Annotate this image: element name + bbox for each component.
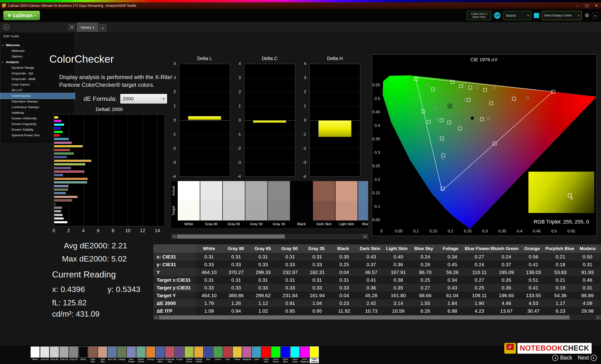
scrollbar-track[interactable] xyxy=(177,234,363,239)
patch-button-gray-35[interactable]: Gray 35 xyxy=(69,346,78,363)
patch-button-blue[interactable]: Blue xyxy=(204,346,213,363)
table-scrollbar[interactable]: ◄ ► xyxy=(153,315,601,320)
target-swatch xyxy=(245,201,267,220)
axis-tick-label: 0.25 xyxy=(464,229,472,233)
patch-button-blue-sky[interactable]: Blue Sky xyxy=(108,346,117,363)
scrollbar-thumb[interactable] xyxy=(159,316,570,319)
measured-marker-icon xyxy=(571,197,573,200)
caret-icon[interactable]: ▾ xyxy=(2,42,3,48)
back-button[interactable]: ◄ Back xyxy=(552,354,572,361)
patch-swatch xyxy=(194,346,203,358)
patch-button-light-skin[interactable]: Light Skin xyxy=(98,346,107,363)
window-title: Calman 2025 Calman Ultimate for Business… xyxy=(8,4,136,8)
scroll-left-icon[interactable]: ◄ xyxy=(172,234,177,239)
patch-button-100-red[interactable]: 100% Red xyxy=(261,346,271,363)
table-cell: 0.31 xyxy=(277,253,304,260)
patch-label: Bluish Green xyxy=(136,358,146,363)
patch-button-gray-65[interactable]: Gray 65 xyxy=(50,346,59,363)
patch-label: Orange Yellow xyxy=(194,358,203,363)
reading-fl: fL: 125.82 xyxy=(52,298,87,307)
patch-column-blue-sky[interactable]: Blue Sky xyxy=(358,181,368,227)
sidebar-item-welcome[interactable]: ▾Welcome xyxy=(0,42,75,48)
patch-button-yellow[interactable]: Yellow xyxy=(233,346,242,363)
row-label: ΔE ITP xyxy=(153,307,196,315)
meter-status-badge[interactable]: 226 xyxy=(494,12,501,19)
caret-icon[interactable]: ▾ xyxy=(2,59,3,65)
source-selector[interactable]: Source ▾ xyxy=(503,11,531,20)
strip-scrollbar[interactable]: ◄ ► xyxy=(171,234,368,239)
patch-button-red[interactable]: Red xyxy=(223,346,232,363)
table-cell: 1.90 xyxy=(466,299,493,307)
patch-button-orange-yellow[interactable]: Orange Yellow xyxy=(194,346,203,363)
patch-column-gray-80[interactable]: Gray 80 xyxy=(200,181,222,227)
patch-button-bluish-green[interactable]: Bluish Green xyxy=(136,346,146,363)
patch-button-purple[interactable]: Purple xyxy=(175,346,184,363)
patch-button-white[interactable]: White xyxy=(30,346,40,363)
patch-column-dark-skin[interactable]: Dark Skin xyxy=(313,181,335,227)
patch-swatch xyxy=(98,346,107,358)
patch-column-black[interactable]: Black xyxy=(290,181,312,227)
add-tab-button[interactable]: + xyxy=(99,24,106,32)
patch-button-100-yellow[interactable]: 100% Yellow xyxy=(310,346,319,363)
patch-swatch xyxy=(156,346,165,358)
patch-button-100-cyan[interactable]: 100% Cyan xyxy=(290,346,300,363)
scroll-left-icon[interactable]: ◄ xyxy=(153,315,159,320)
table-cell: 167.91 xyxy=(385,268,412,276)
axis-tick-label: 3 xyxy=(239,76,241,80)
workspace-menu-button[interactable]: ◎ xyxy=(3,24,9,30)
scroll-right-icon[interactable]: ► xyxy=(363,234,368,239)
grid-line xyxy=(157,115,158,226)
calman-logo-menu[interactable]: ❋ calman ▾ xyxy=(3,11,40,20)
patch-button-orange[interactable]: Orange xyxy=(146,346,155,363)
patch-label: Black xyxy=(290,220,312,227)
patch-button-100-blue[interactable]: 100% Blue xyxy=(281,346,290,363)
patch-button-dark-skin[interactable]: Dark Skin xyxy=(88,346,97,363)
sidebar-item-label: Dynamic Range xyxy=(11,66,34,69)
patch-label: Gray 35 xyxy=(268,220,290,227)
patch-button-green[interactable]: Green xyxy=(213,346,222,363)
display-control-selector[interactable]: Direct Display Control ▾ xyxy=(542,11,582,20)
patch-label: Black xyxy=(79,358,88,363)
patch-button-foliage[interactable]: Foliage xyxy=(117,346,126,363)
sidebar-item-colorchecker[interactable]: ColorChecker xyxy=(0,93,75,99)
table-cell: 0.33 xyxy=(277,260,304,268)
patch-button-purplish-blue[interactable]: Purplish Blue xyxy=(156,346,165,363)
sidebar-item-saturation-sweeps[interactable]: Saturation Sweeps xyxy=(0,99,75,104)
scrollbar-track[interactable] xyxy=(159,315,596,320)
patch-button-black[interactable]: Black xyxy=(79,346,88,363)
axis-tick-label: 1 xyxy=(239,104,241,108)
patch-button-moderate-red[interactable]: Moderate Red xyxy=(165,346,174,363)
sidebar-item-dynamic-range[interactable]: Dynamic Range xyxy=(0,65,75,71)
tab-history-1[interactable]: History 1 xyxy=(77,22,98,32)
axis-tick-label: 0 xyxy=(52,228,55,233)
scroll-right-icon[interactable]: ► xyxy=(596,315,601,320)
patch-column-gray-35[interactable]: Gray 35 xyxy=(268,181,290,227)
patch-button-blue-flower[interactable]: Blue Flower xyxy=(127,346,136,363)
close-button[interactable]: ✕ xyxy=(592,2,601,9)
notebookcheck-logo-icon xyxy=(504,343,516,354)
sidebar-collapse-button[interactable]: ◀ xyxy=(69,24,75,30)
patch-column-gray-65[interactable]: Gray 65 xyxy=(223,181,245,227)
patch-button-gray-50[interactable]: Gray 50 xyxy=(60,346,69,363)
minimize-button[interactable]: – xyxy=(573,2,582,9)
patch-button-magenta[interactable]: Magenta xyxy=(242,346,251,363)
patch-button-yellow-green[interactable]: Yellow Green xyxy=(185,346,194,363)
patch-column-white[interactable]: White xyxy=(178,181,200,227)
patch-button-cyan[interactable]: Cyan xyxy=(252,346,261,363)
axis-tick-label: 0.45 xyxy=(533,229,541,233)
collapse-panel-icon[interactable]: ▲ xyxy=(592,12,598,19)
patch-column-gray-50[interactable]: Gray 50 xyxy=(245,181,267,227)
sidebar-item-label: Analysis xyxy=(6,60,19,64)
patch-button-gray-80[interactable]: Gray 80 xyxy=(40,346,49,363)
patch-column-light-skin[interactable]: Light Skin xyxy=(335,181,358,227)
meter-selector[interactable]: X-Rite i1Pro 2 Direct View xyxy=(467,11,491,20)
scrollbar-thumb[interactable] xyxy=(177,235,285,239)
de-formula-dropdown[interactable]: 2000 ▾ xyxy=(120,94,167,104)
target-row-label: Target xyxy=(171,201,175,220)
maximize-button[interactable]: ▢ xyxy=(582,2,592,9)
settings-gear-icon[interactable]: ⚙ xyxy=(585,12,589,19)
de-formula-label: dE Formula: xyxy=(84,95,117,103)
patch-button-100-green[interactable]: 100% Green xyxy=(271,346,280,363)
patch-button-100-magenta[interactable]: 100% Magenta xyxy=(300,346,309,363)
next-button[interactable]: Next ► xyxy=(578,354,597,361)
